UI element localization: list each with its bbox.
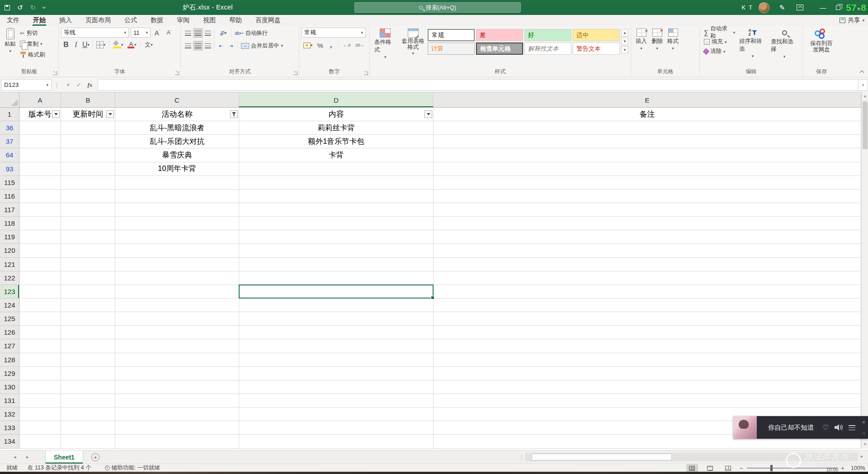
autosum-button[interactable]: ∑自动求和▾ <box>702 28 737 37</box>
increase-indent-button[interactable]: ⇥ <box>226 41 236 51</box>
share-button[interactable]: 共享 ▾ <box>840 15 864 26</box>
cell-A123[interactable] <box>19 285 61 299</box>
cell-D116[interactable] <box>239 190 434 203</box>
cell-B120[interactable] <box>61 244 115 257</box>
row-header-122[interactable]: 122 <box>0 271 19 285</box>
font-size-select[interactable]: 11▾ <box>131 28 151 38</box>
row-header-128[interactable]: 128 <box>0 353 19 367</box>
customize-qat-icon[interactable] <box>42 5 46 8</box>
row-header-37[interactable]: 37 <box>0 135 19 148</box>
restore-button[interactable] <box>830 0 846 15</box>
normal-view-button[interactable] <box>686 464 698 472</box>
cell-D1[interactable]: 内容 <box>239 108 434 121</box>
gallery-up-icon[interactable]: ▲ <box>621 29 628 37</box>
cell-E131[interactable] <box>434 394 861 408</box>
row-header-125[interactable]: 125 <box>0 312 19 326</box>
cell-E126[interactable] <box>434 326 861 339</box>
row-header-127[interactable]: 127 <box>0 339 19 353</box>
cell-B93[interactable] <box>61 162 115 176</box>
ribbon-tab-1[interactable]: 开始 <box>26 15 52 26</box>
ribbon-tab-3[interactable]: 页面布局 <box>79 15 118 26</box>
inking-pen-icon[interactable]: ✎ <box>779 4 785 12</box>
row-header-115[interactable]: 115 <box>0 176 19 190</box>
user-initials[interactable]: K T <box>742 5 753 11</box>
formula-bar-splitter[interactable]: ⋮ <box>54 82 60 88</box>
cell-style-bad[interactable]: 差 <box>476 29 523 41</box>
cell-B131[interactable] <box>61 394 115 408</box>
cell-C116[interactable] <box>115 190 239 203</box>
conditional-formatting-button[interactable]: 条件格式 ▾ <box>372 28 399 60</box>
row-header-134[interactable]: 134 <box>0 435 19 448</box>
row-header-1[interactable]: 1 <box>0 108 19 121</box>
cell-E124[interactable] <box>434 299 861 312</box>
cell-B124[interactable] <box>61 299 115 312</box>
cell-A116[interactable] <box>19 190 61 203</box>
like-heart-icon[interactable]: ♡ <box>822 423 829 432</box>
cell-A115[interactable] <box>19 176 61 190</box>
row-header-120[interactable]: 120 <box>0 244 19 257</box>
gallery-down-icon[interactable]: ▼ <box>621 38 628 45</box>
cell-A124[interactable] <box>19 299 61 312</box>
scroll-up-icon[interactable]: ▲ <box>862 92 868 100</box>
wrap-text-button[interactable]: ab↩自动换行 <box>233 28 270 38</box>
cell-E118[interactable] <box>434 217 861 230</box>
cell-C123[interactable] <box>115 285 239 299</box>
cell-D119[interactable] <box>239 230 434 244</box>
horizontal-scroll-thumb[interactable] <box>532 454 672 460</box>
underline-button[interactable]: U▾ <box>81 40 91 50</box>
select-all-corner[interactable] <box>0 93 19 107</box>
cell-D122[interactable] <box>239 271 434 285</box>
expand-formula-bar-icon[interactable]: ▾ <box>858 79 868 91</box>
cell-A130[interactable] <box>19 380 61 394</box>
vertical-scroll-thumb[interactable] <box>863 101 868 149</box>
align-right-button[interactable] <box>203 41 213 51</box>
cell-B125[interactable] <box>61 312 115 326</box>
cell-C133[interactable] <box>115 421 239 435</box>
cell-A117[interactable] <box>19 203 61 217</box>
clipboard-dialog-launcher[interactable] <box>53 71 57 75</box>
cell-D118[interactable] <box>239 217 434 230</box>
undo-icon[interactable]: ↺ <box>17 4 23 12</box>
cell-A126[interactable] <box>19 326 61 339</box>
orientation-button[interactable]: ab▾ <box>216 28 230 38</box>
cell-E128[interactable] <box>434 353 861 367</box>
row-header-126[interactable]: 126 <box>0 326 19 339</box>
redo-icon[interactable]: ↻ <box>30 4 36 12</box>
avatar[interactable] <box>759 2 769 13</box>
row-header-118[interactable]: 118 <box>0 217 19 230</box>
zoom-slider[interactable] <box>747 468 837 469</box>
ribbon-tab-5[interactable]: 数据 <box>144 15 170 26</box>
cell-D120[interactable] <box>239 244 434 257</box>
row-header-129[interactable]: 129 <box>0 367 19 380</box>
cell-E1[interactable]: 备注 <box>434 108 861 121</box>
cell-A118[interactable] <box>19 217 61 230</box>
cell-A125[interactable] <box>19 312 61 326</box>
cell-D130[interactable] <box>239 380 434 394</box>
cell-E121[interactable] <box>434 258 861 271</box>
shrink-font-button[interactable]: Aˇ <box>164 28 174 38</box>
cell-C131[interactable] <box>115 394 239 408</box>
percent-style-button[interactable]: % <box>315 40 325 50</box>
cell-C119[interactable] <box>115 230 239 244</box>
cell-B127[interactable] <box>61 339 115 353</box>
cell-D121[interactable] <box>239 258 434 271</box>
cell-C132[interactable] <box>115 408 239 421</box>
cell-C124[interactable] <box>115 299 239 312</box>
name-box[interactable]: D123▾ <box>1 79 52 91</box>
cell-A133[interactable] <box>19 421 61 435</box>
accounting-format-button[interactable]: ¥▾ <box>302 40 314 50</box>
cell-C125[interactable] <box>115 312 239 326</box>
cell-C37[interactable]: 乱斗-乐团大对抗 <box>115 135 239 148</box>
cell-B121[interactable] <box>61 258 115 271</box>
bold-button[interactable]: B <box>61 40 71 50</box>
close-button[interactable]: × <box>857 5 861 12</box>
cell-D93[interactable] <box>239 162 434 176</box>
alignment-dialog-launcher[interactable] <box>293 71 297 75</box>
cell-B117[interactable] <box>61 203 115 217</box>
cell-A120[interactable] <box>19 244 61 257</box>
cell-style-good[interactable]: 好 <box>524 29 571 41</box>
merge-center-button[interactable]: ↔合并后居中▾ <box>239 40 285 51</box>
cell-C120[interactable] <box>115 244 239 257</box>
cell-A134[interactable] <box>19 435 61 448</box>
column-header-A[interactable]: A <box>19 93 61 107</box>
